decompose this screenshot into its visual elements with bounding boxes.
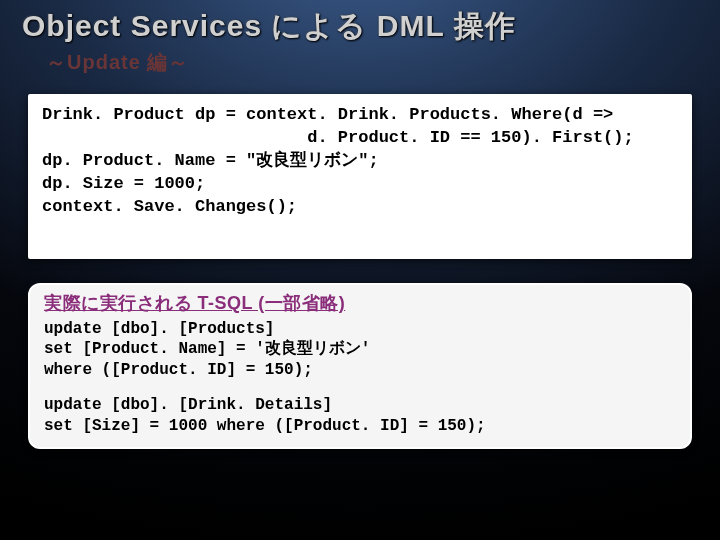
csharp-code-block: Drink. Product dp = context. Drink. Prod… [28,94,692,259]
tsql-body: update [dbo]. [Products] set [Product. N… [30,319,690,447]
tsql-line: set [Product. Name] = '改良型リボン' [44,340,370,358]
tsql-line: update [dbo]. [Products] [44,320,274,338]
slide-title: Object Services による DML 操作 [22,6,698,47]
tsql-panel: 実際に実行される T-SQL (一部省略) update [dbo]. [Pro… [28,283,692,449]
tsql-caption: 実際に実行される T-SQL (一部省略) [30,285,690,319]
code-line: dp. Size = 1000; [42,174,205,193]
code-line: dp. Product. Name = "改良型リボン"; [42,151,379,170]
code-line: context. Save. Changes(); [42,197,297,216]
code-line: Drink. Product dp = context. Drink. Prod… [42,105,613,124]
tsql-line: update [dbo]. [Drink. Details] [44,396,332,414]
tsql-line: where ([Product. ID] = 150); [44,361,313,379]
code-line: d. Product. ID == 150). First(); [42,128,634,147]
slide-subtitle: ～Update 編～ [46,49,698,76]
tsql-line: set [Size] = 1000 where ([Product. ID] =… [44,417,486,435]
